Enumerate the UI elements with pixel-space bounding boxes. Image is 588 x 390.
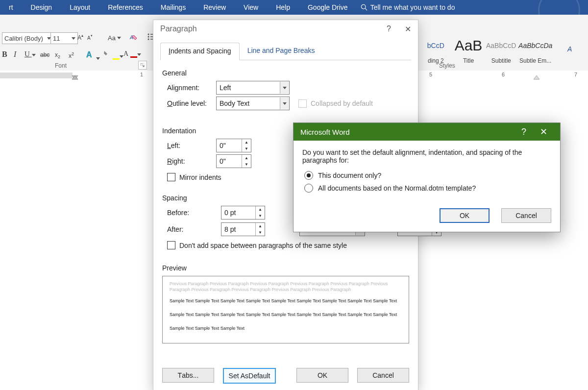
ruler-number: 6 [502, 72, 505, 77]
shrink-font-button[interactable]: A▾ [87, 32, 93, 43]
outline-label: Outline level: [162, 99, 216, 107]
highlight-color-swatch [113, 58, 120, 60]
right-indent-marker[interactable] [533, 75, 540, 80]
hanging-indent-marker[interactable] [72, 72, 78, 80]
font-color-button[interactable]: A [123, 50, 141, 58]
dialog-launcher-icon [141, 63, 145, 67]
grow-font-button[interactable]: A▴ [77, 32, 83, 43]
ribbon-tab-view[interactable]: View [235, 3, 267, 11]
radio-dot [307, 173, 311, 177]
after-spinner[interactable]: 8 pt▲▼ [221, 222, 265, 236]
alignment-select[interactable]: Left [216, 81, 290, 95]
change-case-button[interactable]: Aa [108, 32, 121, 43]
radio-this-document[interactable] [304, 171, 313, 180]
chevron-down-icon [96, 57, 100, 60]
font-size-value: 11 [53, 35, 60, 42]
ribbon-tab-help[interactable]: Help [267, 3, 299, 11]
confirm-question: Do you want to set the default alignment… [302, 148, 551, 164]
font-family-combo[interactable]: Calibri (Body) [2, 32, 53, 44]
outline-level-select[interactable]: Body Text [216, 97, 290, 110]
style-label: Subtle Em... [518, 57, 552, 64]
ribbon-tab-references[interactable]: References [99, 3, 152, 11]
style-more[interactable]: A [554, 37, 585, 61]
indent-left-spinner[interactable]: 0"▲▼ [216, 139, 251, 152]
confirm-title: Microsoft Word [300, 128, 350, 136]
dialog-titlebar: Paragraph ? ✕ [153, 20, 418, 38]
mirror-indents-checkbox[interactable] [167, 173, 175, 181]
svg-point-6 [148, 36, 149, 38]
preview-sample-line: Sample Text Sample Text Sample Text [170, 324, 402, 334]
highlight-button[interactable] [103, 50, 123, 59]
font-size-combo[interactable]: 11 [50, 32, 78, 44]
style-title[interactable]: AaBTitle [453, 34, 484, 64]
help-icon[interactable]: ? [514, 127, 534, 137]
bold-button[interactable]: B [2, 50, 7, 59]
style-preview: AaBbCcDa [518, 34, 552, 57]
style-preview: A [554, 37, 585, 61]
preview-prev-paragraph: Previous Paragraph Previous Paragraph Pr… [170, 281, 402, 292]
highlighter-icon [103, 50, 111, 58]
svg-line-1 [365, 8, 367, 10]
section-general: General [162, 69, 409, 77]
style-preview: bCcD [420, 34, 451, 57]
alignment-value: Left [220, 84, 231, 92]
preview-box: Previous Paragraph Previous Paragraph Pr… [162, 276, 409, 343]
set-as-default-button[interactable]: Set As Default [223, 368, 276, 384]
chevron-down-icon [72, 37, 75, 40]
before-label: Before: [162, 209, 216, 217]
text-effects-icon: A [85, 49, 96, 60]
indent-right-spinner[interactable]: 0"▲▼ [216, 154, 251, 168]
mirror-indents-label: Mirror indents [179, 173, 221, 181]
ruler-number: 1 [140, 72, 143, 77]
ok-button[interactable]: OK [296, 368, 348, 383]
indent-left-label: Left: [162, 142, 216, 149]
chevron-down-icon [283, 87, 287, 89]
dialog-tabs: IIndents and Spacingndents and Spacing L… [160, 43, 411, 60]
before-spinner[interactable]: 0 pt▲▼ [221, 206, 265, 219]
radio-all-documents[interactable] [304, 184, 313, 193]
ruler-margin [0, 73, 73, 78]
font-dialog-launcher[interactable] [138, 61, 147, 70]
style-heading2[interactable]: bCcDding 2 [420, 34, 451, 64]
subscript-button[interactable]: x2 [55, 51, 60, 59]
tabs-button[interactable]: Tabs... [162, 368, 214, 383]
italic-button[interactable]: I [14, 50, 16, 59]
help-icon[interactable]: ? [387, 24, 391, 34]
preview-sample-line: Sample Text Sample Text Sample Text Samp… [170, 296, 402, 306]
underline-button[interactable]: U [24, 50, 36, 58]
tell-me-search[interactable]: Tell me what you want to do [361, 3, 455, 11]
chevron-down-icon [117, 37, 121, 39]
outline-value: Body Text [220, 99, 249, 107]
preview-sample-line: Sample Text Sample Text Sample Text Samp… [170, 310, 402, 320]
search-icon [361, 4, 368, 11]
confirm-cancel-button[interactable]: Cancel [501, 208, 551, 223]
no-space-same-style-checkbox[interactable] [167, 241, 175, 249]
tab-line-page-breaks[interactable]: Line and Page Breaks [240, 43, 323, 60]
svg-point-0 [361, 4, 366, 9]
style-label: Title [453, 57, 484, 64]
chevron-down-icon [120, 55, 123, 58]
indent-right-value: 0" [217, 157, 242, 165]
section-preview: Preview [162, 264, 409, 272]
strikethrough-button[interactable]: abc [40, 51, 49, 58]
style-subtle-emphasis[interactable]: AaBbCcDaSubtle Em... [518, 34, 552, 64]
ribbon-tab-mailings[interactable]: Mailings [152, 3, 195, 11]
tab-indents-spacing[interactable]: IIndents and Spacingndents and Spacing [160, 43, 240, 60]
close-icon[interactable]: ✕ [534, 126, 553, 137]
ribbon-tab-design[interactable]: Design [22, 3, 61, 11]
text-effects-button[interactable]: A [85, 49, 100, 61]
ribbon-tab-googledrive[interactable]: Google Drive [299, 3, 357, 11]
ribbon-tab-layout[interactable]: Layout [61, 3, 99, 11]
confirm-ok-button[interactable]: OK [440, 208, 490, 223]
tell-me-label: Tell me what you want to do [370, 3, 455, 11]
after-value: 8 pt [221, 225, 255, 233]
clear-formatting-button[interactable]: A [129, 32, 138, 43]
cancel-button[interactable]: Cancel [357, 368, 409, 383]
collapsed-label: Collapsed by default [311, 99, 373, 107]
ribbon-tab-review[interactable]: Review [195, 3, 235, 11]
superscript-button[interactable]: x2 [69, 51, 74, 59]
style-subtitle[interactable]: AaBbCcDSubtitle [486, 34, 516, 64]
chevron-down-icon [32, 54, 36, 56]
close-icon[interactable]: ✕ [405, 24, 411, 34]
ribbon-tab-insert[interactable]: rt [0, 3, 22, 11]
